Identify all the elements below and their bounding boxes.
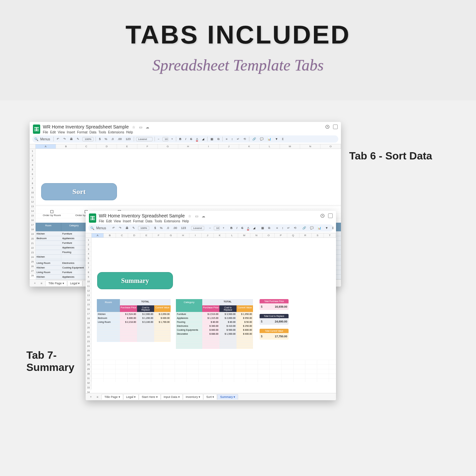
col-E[interactable]: E bbox=[117, 144, 137, 149]
menu-format[interactable]: Format bbox=[77, 130, 88, 134]
undo-button[interactable]: ↶ bbox=[56, 137, 60, 141]
menu-help[interactable]: Help bbox=[182, 219, 189, 223]
col-P[interactable]: P bbox=[275, 233, 287, 238]
col-R[interactable]: R bbox=[299, 233, 312, 238]
col-D[interactable]: D bbox=[97, 144, 117, 149]
print-button[interactable]: 🖶 bbox=[69, 137, 74, 141]
sheet-tab-legal[interactable]: Legal ▾ bbox=[123, 394, 139, 400]
column-headers[interactable]: ABCDEFGHIJKLMNO bbox=[30, 144, 341, 149]
chart-button[interactable]: 📊 bbox=[317, 226, 322, 230]
col-F[interactable]: F bbox=[137, 144, 158, 149]
sheet-tab-input-data[interactable]: Input Data ▾ bbox=[161, 394, 183, 400]
col-I[interactable]: I bbox=[198, 144, 219, 149]
table-row[interactable]: Kitchen$ 2,524.00$ 2,900.00$ 2,050.00 bbox=[97, 312, 171, 316]
menu-tools[interactable]: Tools bbox=[98, 130, 106, 134]
sheet-tab-title-page[interactable]: Title Page ▾ bbox=[101, 394, 123, 400]
format-123-button[interactable]: 123 bbox=[125, 137, 132, 141]
strike-button[interactable]: S bbox=[240, 226, 244, 230]
italic-button[interactable]: I bbox=[236, 226, 238, 230]
borders-button[interactable]: ▦ bbox=[260, 226, 265, 230]
star-icon[interactable]: ☆ bbox=[188, 214, 191, 218]
col-O[interactable]: O bbox=[263, 233, 275, 238]
currency-button[interactable]: $ bbox=[98, 137, 101, 141]
col-A[interactable]: A bbox=[36, 144, 56, 149]
col-L[interactable]: L bbox=[226, 233, 238, 238]
filter-button[interactable]: ▼ bbox=[274, 137, 279, 141]
text-color-button[interactable]: A bbox=[195, 137, 199, 141]
bold-button[interactable]: B bbox=[178, 137, 182, 141]
filter-button[interactable]: ▼ bbox=[324, 226, 329, 230]
link-button[interactable]: 🔗 bbox=[301, 226, 307, 230]
col-D[interactable]: D bbox=[128, 233, 140, 238]
table-row[interactable]: Bedroom$ 800.00$ 1,200.00$ 600.00 bbox=[97, 316, 171, 320]
sheet-tab-sort[interactable]: Sort ▾ bbox=[203, 394, 217, 400]
menu-view[interactable]: View bbox=[114, 219, 121, 223]
font-size[interactable]: 10 bbox=[214, 226, 220, 230]
table-row[interactable]: Decorative$ 888.00$ 1,500.00$ 600.00 bbox=[176, 332, 253, 336]
menu-file[interactable]: File bbox=[99, 219, 104, 223]
paint-format-button[interactable]: ✎ bbox=[76, 137, 80, 141]
table-row[interactable]: Furniture$ 2,519.00$ 3,500.00$ 1,950.00 bbox=[176, 312, 253, 316]
sheet-tab-legal[interactable]: Legal ▾ bbox=[67, 280, 83, 286]
text-color-button[interactable]: A bbox=[246, 226, 250, 230]
currency-button[interactable]: $ bbox=[153, 226, 157, 230]
col-M[interactable]: M bbox=[238, 233, 250, 238]
table-row[interactable] bbox=[97, 340, 171, 342]
redo-button[interactable]: ↷ bbox=[62, 137, 67, 141]
col-H[interactable]: H bbox=[178, 144, 199, 149]
print-button[interactable]: 🖶 bbox=[125, 226, 129, 230]
menu-format[interactable]: Format bbox=[133, 219, 144, 223]
col-G[interactable]: G bbox=[165, 233, 177, 238]
comment-icon[interactable] bbox=[333, 125, 338, 129]
add-sheet-button[interactable]: + bbox=[88, 395, 94, 399]
menu-insert[interactable]: Insert bbox=[67, 130, 75, 134]
menu-edit[interactable]: Edit bbox=[106, 219, 112, 223]
functions-button[interactable]: Σ bbox=[281, 137, 285, 141]
percent-button[interactable]: % bbox=[159, 226, 164, 230]
comment-button[interactable]: 💬 bbox=[259, 137, 265, 141]
row-headers[interactable]: 1234567891011121314151617181920212223242… bbox=[86, 238, 92, 389]
move-icon[interactable]: ▭ bbox=[139, 125, 142, 129]
table-row[interactable]: Flooring$ 80.00$ 80.00$ 50.00 bbox=[176, 320, 253, 324]
col-C[interactable]: C bbox=[116, 233, 128, 238]
merge-button[interactable]: ⧉ bbox=[216, 137, 220, 141]
table-row[interactable]: Electronics$ 360.00$ 410.00$ 250.00 bbox=[176, 324, 253, 328]
font-select[interactable]: Lexend bbox=[136, 137, 153, 141]
font-inc-button[interactable]: + bbox=[170, 137, 174, 141]
decimal-inc-button[interactable]: .00 bbox=[117, 137, 123, 141]
add-sheet-button[interactable]: + bbox=[32, 282, 38, 285]
sheet-tab-inventory[interactable]: Inventory ▾ bbox=[183, 394, 204, 400]
wrap-button[interactable]: ↵ bbox=[236, 137, 240, 141]
col-J[interactable]: J bbox=[219, 144, 239, 149]
checkbox[interactable] bbox=[50, 210, 53, 213]
table-row[interactable]: Living Room$ 2,218.00$ 3,160.00$ 1,700.0… bbox=[97, 320, 171, 324]
font-size[interactable]: 10 bbox=[162, 137, 168, 141]
menu-edit[interactable]: Edit bbox=[50, 130, 56, 134]
chart-button[interactable]: 📊 bbox=[266, 137, 272, 141]
bold-button[interactable]: B bbox=[229, 226, 234, 230]
col-M[interactable]: M bbox=[280, 144, 300, 149]
cloud-icon[interactable]: ☁ bbox=[202, 214, 205, 218]
fill-color-button[interactable]: ◢ bbox=[252, 226, 256, 230]
decimal-dec-button[interactable]: .0 bbox=[166, 226, 170, 230]
col-F[interactable]: F bbox=[153, 233, 165, 238]
font-dec-button[interactable]: − bbox=[157, 137, 160, 141]
col-B[interactable]: B bbox=[104, 233, 116, 238]
menu-insert[interactable]: Insert bbox=[123, 219, 131, 223]
functions-button[interactable]: Σ bbox=[331, 226, 335, 230]
row-headers[interactable]: 1234567891011121314151617181920212223242… bbox=[30, 149, 36, 274]
col-E[interactable]: E bbox=[140, 233, 153, 238]
col-L[interactable]: L bbox=[260, 144, 280, 149]
rotate-button[interactable]: ⟲ bbox=[242, 137, 247, 141]
wrap-button[interactable]: ↵ bbox=[286, 226, 291, 230]
redo-button[interactable]: ↷ bbox=[118, 226, 123, 230]
col-T[interactable]: T bbox=[324, 233, 336, 238]
col-C[interactable]: C bbox=[76, 144, 97, 149]
menu-help[interactable]: Help bbox=[126, 130, 133, 134]
document-title[interactable]: WR Home Inventory Spreadsheet Sample bbox=[43, 124, 129, 129]
sheet-tab-summary[interactable]: Summary ▾ bbox=[217, 394, 238, 400]
col-G[interactable]: G bbox=[158, 144, 178, 149]
valign-button[interactable]: ↕ bbox=[230, 137, 234, 141]
comment-icon[interactable] bbox=[328, 213, 333, 218]
col-K[interactable]: K bbox=[239, 144, 260, 149]
